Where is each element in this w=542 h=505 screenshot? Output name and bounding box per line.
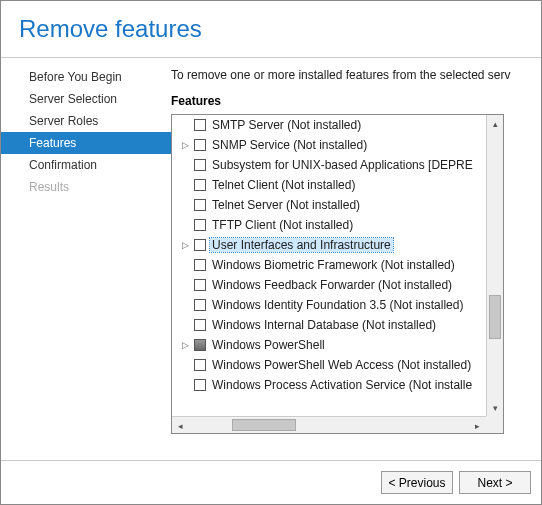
feature-row[interactable]: ▷Telnet Server (Not installed) — [172, 195, 486, 215]
page-title: Remove features — [19, 15, 523, 43]
feature-label: Windows Process Activation Service (Not … — [210, 378, 474, 392]
feature-label: Windows Biometric Framework (Not install… — [210, 258, 457, 272]
feature-checkbox[interactable] — [194, 379, 206, 391]
feature-label: Windows PowerShell Web Access (Not insta… — [210, 358, 473, 372]
feature-checkbox[interactable] — [194, 279, 206, 291]
expander-icon[interactable]: ▷ — [180, 240, 190, 250]
feature-checkbox[interactable] — [194, 179, 206, 191]
horizontal-scrollbar[interactable]: ◂ ▸ — [172, 416, 486, 433]
feature-label: TFTP Client (Not installed) — [210, 218, 355, 232]
footer: < Previous Next > — [1, 460, 541, 504]
feature-checkbox[interactable] — [194, 359, 206, 371]
feature-label: SNMP Service (Not installed) — [210, 138, 369, 152]
feature-label: Telnet Client (Not installed) — [210, 178, 357, 192]
sidebar-item-server-selection[interactable]: Server Selection — [1, 88, 171, 110]
scroll-right-icon[interactable]: ▸ — [469, 417, 486, 434]
feature-row[interactable]: ▷User Interfaces and Infrastructure — [172, 235, 486, 255]
feature-checkbox[interactable] — [194, 219, 206, 231]
feature-checkbox[interactable] — [194, 119, 206, 131]
feature-checkbox[interactable] — [194, 339, 206, 351]
feature-row[interactable]: ▷Windows PowerShell Web Access (Not inst… — [172, 355, 486, 375]
features-listbox: ▷SMTP Server (Not installed)▷SNMP Servic… — [171, 114, 504, 434]
feature-row[interactable]: ▷Windows Feedback Forwarder (Not install… — [172, 275, 486, 295]
feature-label: SMTP Server (Not installed) — [210, 118, 363, 132]
feature-checkbox[interactable] — [194, 139, 206, 151]
features-label: Features — [171, 94, 541, 108]
scroll-left-icon[interactable]: ◂ — [172, 417, 189, 434]
sidebar-item-before-you-begin[interactable]: Before You Begin — [1, 66, 171, 88]
next-button[interactable]: Next > — [459, 471, 531, 494]
scroll-down-icon[interactable]: ▾ — [487, 399, 503, 416]
scroll-corner — [486, 416, 503, 433]
instruction-text: To remove one or more installed features… — [171, 68, 541, 82]
feature-row[interactable]: ▷Windows Internal Database (Not installe… — [172, 315, 486, 335]
vertical-scrollbar[interactable]: ▴ ▾ — [486, 115, 503, 416]
header: Remove features — [1, 1, 541, 51]
feature-checkbox[interactable] — [194, 259, 206, 271]
feature-row[interactable]: ▷Windows PowerShell — [172, 335, 486, 355]
feature-label: User Interfaces and Infrastructure — [210, 238, 393, 252]
expander-icon[interactable]: ▷ — [180, 340, 190, 350]
sidebar-item-server-roles[interactable]: Server Roles — [1, 110, 171, 132]
feature-row[interactable]: ▷Windows Biometric Framework (Not instal… — [172, 255, 486, 275]
feature-row[interactable]: ▷Subsystem for UNIX-based Applications [… — [172, 155, 486, 175]
content-container: Before You BeginServer SelectionServer R… — [1, 58, 541, 458]
sidebar-item-features[interactable]: Features — [1, 132, 171, 154]
horizontal-scroll-thumb[interactable] — [232, 419, 296, 431]
main-panel: To remove one or more installed features… — [171, 58, 541, 458]
sidebar-item-confirmation[interactable]: Confirmation — [1, 154, 171, 176]
scroll-up-icon[interactable]: ▴ — [487, 115, 503, 132]
feature-label: Telnet Server (Not installed) — [210, 198, 362, 212]
feature-checkbox[interactable] — [194, 239, 206, 251]
feature-checkbox[interactable] — [194, 319, 206, 331]
feature-label: Subsystem for UNIX-based Applications [D… — [210, 158, 475, 172]
feature-checkbox[interactable] — [194, 199, 206, 211]
feature-row[interactable]: ▷TFTP Client (Not installed) — [172, 215, 486, 235]
feature-checkbox[interactable] — [194, 299, 206, 311]
sidebar-item-results: Results — [1, 176, 171, 198]
feature-row[interactable]: ▷Windows Identity Foundation 3.5 (Not in… — [172, 295, 486, 315]
vertical-scroll-thumb[interactable] — [489, 295, 501, 339]
feature-row[interactable]: ▷SMTP Server (Not installed) — [172, 115, 486, 135]
feature-label: Windows Identity Foundation 3.5 (Not ins… — [210, 298, 465, 312]
expander-icon[interactable]: ▷ — [180, 140, 190, 150]
features-list[interactable]: ▷SMTP Server (Not installed)▷SNMP Servic… — [172, 115, 486, 416]
feature-checkbox[interactable] — [194, 159, 206, 171]
feature-label: Windows Feedback Forwarder (Not installe… — [210, 278, 454, 292]
feature-row[interactable]: ▷SNMP Service (Not installed) — [172, 135, 486, 155]
previous-button[interactable]: < Previous — [381, 471, 453, 494]
feature-label: Windows PowerShell — [210, 338, 327, 352]
feature-row[interactable]: ▷Telnet Client (Not installed) — [172, 175, 486, 195]
sidebar: Before You BeginServer SelectionServer R… — [1, 58, 171, 458]
feature-row[interactable]: ▷Windows Process Activation Service (Not… — [172, 375, 486, 395]
feature-label: Windows Internal Database (Not installed… — [210, 318, 438, 332]
